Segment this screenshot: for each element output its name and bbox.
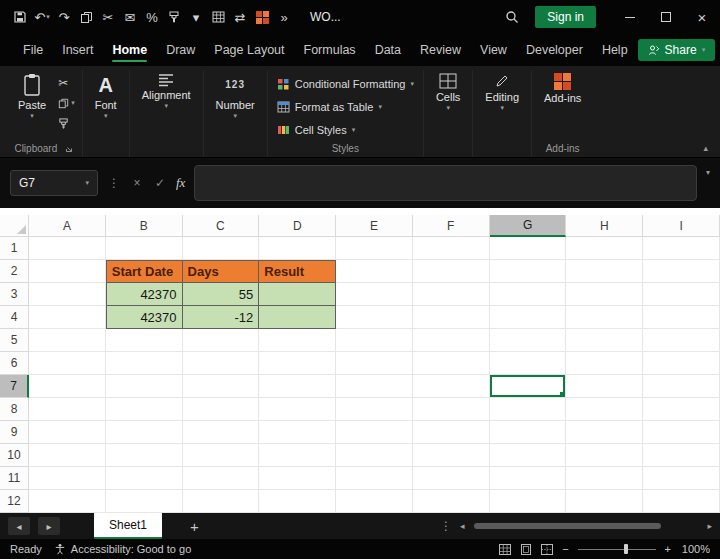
cell-B9[interactable] [106, 421, 183, 444]
cell-I8[interactable] [643, 398, 720, 421]
cell-A1[interactable] [29, 237, 106, 260]
alignment-menu-button[interactable]: Alignment ▾ [135, 70, 198, 111]
cell-styles-button[interactable]: Cell Styles ▾ [273, 119, 418, 140]
column-header-F[interactable]: F [413, 215, 490, 237]
row-header-1[interactable]: 1 [0, 237, 29, 260]
mail-icon[interactable]: ✉ [120, 6, 140, 28]
formula-options-icon[interactable]: ⋮ [107, 176, 121, 190]
scrollbar-track[interactable] [470, 522, 703, 530]
cell-D10[interactable] [259, 444, 336, 467]
new-sheet-button[interactable]: + [190, 518, 199, 535]
cell-G4[interactable] [490, 306, 567, 329]
select-all-corner[interactable] [0, 215, 29, 237]
cell-H7[interactable] [566, 375, 643, 398]
column-header-D[interactable]: D [259, 215, 336, 237]
cell-E6[interactable] [336, 352, 413, 375]
horizontal-scrollbar[interactable]: ◂ ▸ [460, 521, 712, 531]
zoom-level[interactable]: 100% [680, 543, 710, 555]
cell-C6[interactable] [183, 352, 260, 375]
sheet-tab-sheet1[interactable]: Sheet1 [94, 513, 162, 539]
row-header-3[interactable]: 3 [0, 283, 29, 306]
cell-I3[interactable] [643, 283, 720, 306]
accessibility-status[interactable]: Accessibility: Good to go [54, 543, 191, 555]
row-header-9[interactable]: 9 [0, 421, 29, 444]
cell-E3[interactable] [336, 283, 413, 306]
cell-A6[interactable] [29, 352, 106, 375]
cell-B7[interactable] [106, 375, 183, 398]
number-menu-button[interactable]: 123 Number ▾ [209, 70, 262, 121]
cell-G1[interactable] [490, 237, 567, 260]
cell-F6[interactable] [413, 352, 490, 375]
cell-G2[interactable] [490, 260, 567, 283]
cell-B10[interactable] [106, 444, 183, 467]
copy-icon[interactable] [76, 6, 96, 28]
row-header-10[interactable]: 10 [0, 444, 29, 467]
cell-E9[interactable] [336, 421, 413, 444]
cell-A3[interactable] [29, 283, 106, 306]
cell-C9[interactable] [183, 421, 260, 444]
cell-E7[interactable] [336, 375, 413, 398]
cell-E5[interactable] [336, 329, 413, 352]
cell-A11[interactable] [29, 467, 106, 490]
column-header-E[interactable]: E [336, 215, 413, 237]
cell-B2[interactable]: Start Date [106, 260, 183, 283]
zoom-slider[interactable] [578, 544, 656, 554]
sheet-nav-left-icon[interactable]: ◂ [8, 517, 30, 535]
cell-H12[interactable] [566, 490, 643, 513]
clipboard-dialog-launcher[interactable] [65, 145, 73, 153]
cell-D6[interactable] [259, 352, 336, 375]
table-icon[interactable] [208, 6, 228, 28]
cell-B6[interactable] [106, 352, 183, 375]
cell-C10[interactable] [183, 444, 260, 467]
addins-grid-icon[interactable] [252, 6, 272, 28]
cell-H4[interactable] [566, 306, 643, 329]
cell-F12[interactable] [413, 490, 490, 513]
row-header-8[interactable]: 8 [0, 398, 29, 421]
ribbon-tab-data[interactable]: Data [366, 35, 410, 65]
cell-A7[interactable] [29, 375, 106, 398]
cut-button[interactable]: ✂ [56, 75, 77, 91]
expand-formula-bar-icon[interactable]: ▾ [706, 168, 710, 177]
row-header-12[interactable]: 12 [0, 490, 29, 513]
cell-D12[interactable] [259, 490, 336, 513]
cell-A9[interactable] [29, 421, 106, 444]
cell-G3[interactable] [490, 283, 567, 306]
scroll-left-icon[interactable]: ◂ [460, 521, 465, 531]
ribbon-tab-formulas[interactable]: Formulas [295, 35, 365, 65]
row-header-5[interactable]: 5 [0, 329, 29, 352]
cell-C12[interactable] [183, 490, 260, 513]
page-break-view-icon[interactable] [541, 544, 553, 555]
cell-E2[interactable] [336, 260, 413, 283]
cell-I2[interactable] [643, 260, 720, 283]
collapse-ribbon-icon[interactable]: ▴ [703, 143, 708, 153]
name-box[interactable]: G7 ▾ [10, 170, 98, 196]
cell-C3[interactable]: 55 [183, 283, 260, 306]
cell-H1[interactable] [566, 237, 643, 260]
cell-A2[interactable] [29, 260, 106, 283]
paste-button[interactable]: Paste ▾ [11, 70, 53, 121]
scrollbar-thumb[interactable] [474, 523, 660, 529]
cell-E10[interactable] [336, 444, 413, 467]
scroll-right-icon[interactable]: ▸ [707, 521, 712, 531]
cell-G9[interactable] [490, 421, 567, 444]
column-header-G[interactable]: G [490, 215, 567, 237]
cell-E8[interactable] [336, 398, 413, 421]
cell-D8[interactable] [259, 398, 336, 421]
row-header-2[interactable]: 2 [0, 260, 29, 283]
sheet-options-icon[interactable]: ⋮ [440, 519, 452, 533]
ribbon-tab-help[interactable]: Help [593, 35, 637, 65]
row-header-7[interactable]: 7 [0, 375, 29, 398]
cell-G5[interactable] [490, 329, 567, 352]
column-header-C[interactable]: C [183, 215, 260, 237]
zoom-in-button[interactable]: + [665, 543, 671, 555]
copy-button[interactable]: ▾ [56, 95, 77, 111]
ribbon-tab-developer[interactable]: Developer [517, 35, 592, 65]
save-icon[interactable] [10, 6, 30, 28]
cell-B11[interactable] [106, 467, 183, 490]
cell-C8[interactable] [183, 398, 260, 421]
undo-icon[interactable]: ↶▾ [32, 6, 52, 28]
cell-F10[interactable] [413, 444, 490, 467]
search-icon[interactable] [497, 0, 527, 34]
cell-E12[interactable] [336, 490, 413, 513]
cell-C4[interactable]: -12 [183, 306, 260, 329]
